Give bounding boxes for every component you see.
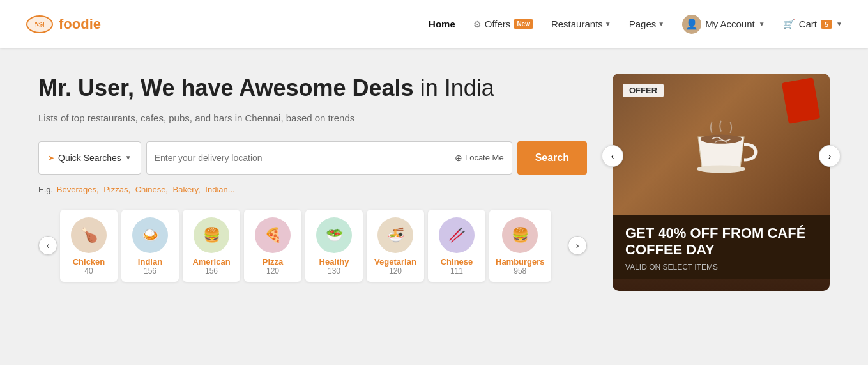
- avatar: 👤: [682, 15, 701, 34]
- category-count: 958: [514, 267, 526, 276]
- hero-subtitle: Lists of top restaurants, cafes, pubs, a…: [38, 113, 587, 123]
- search-button[interactable]: Search: [517, 141, 587, 175]
- quick-searches-chevron-icon: ▼: [125, 154, 132, 161]
- eg-tag-indian[interactable]: Indian...: [205, 185, 234, 194]
- category-name: Chinese: [441, 257, 473, 267]
- category-count: 120: [389, 267, 402, 276]
- offer-main-text: GET 40% OFF FROM CAFÉ COFFEE DAY: [625, 225, 817, 259]
- svg-point-3: [697, 165, 746, 173]
- offer-sub-text: VALID ON SELECT ITEMS: [625, 263, 817, 272]
- new-badge: New: [514, 19, 533, 29]
- nav-link-restaurants: Restaurants: [551, 19, 603, 29]
- category-count: 156: [205, 267, 218, 276]
- category-icon: 🍔: [502, 217, 538, 253]
- location-input[interactable]: [155, 153, 443, 163]
- pages-chevron-icon: ▼: [658, 20, 664, 27]
- locate-me-label: Locate Me: [465, 153, 504, 162]
- account-label: My Account: [705, 19, 755, 29]
- locate-me-button[interactable]: ⊕ Locate Me: [448, 153, 504, 163]
- nav-link-home[interactable]: Home: [429, 19, 455, 29]
- category-name: Chicken: [73, 257, 105, 267]
- category-card[interactable]: 🍔 American 156: [183, 210, 240, 282]
- offer-text-area: GET 40% OFF FROM CAFÉ COFFEE DAY VALID O…: [613, 215, 830, 279]
- red-card-decoration: [782, 77, 821, 124]
- cart-label: Cart: [799, 19, 817, 29]
- banner-prev-button[interactable]: ‹: [602, 145, 623, 167]
- nav-item-cart[interactable]: 🛒 Cart 5 ▼: [783, 19, 842, 30]
- nav-item-home[interactable]: Home: [429, 19, 455, 30]
- category-name: Healthy: [319, 257, 349, 267]
- carousel-next-button[interactable]: ›: [568, 236, 587, 255]
- right-section: OFFER: [613, 74, 830, 291]
- offer-banner: OFFER: [613, 74, 830, 291]
- nav-offers-wrap[interactable]: ⚙ Offers New: [473, 19, 533, 29]
- category-count: 156: [144, 267, 156, 276]
- category-count: 40: [84, 267, 93, 276]
- banner-next-button[interactable]: ›: [819, 145, 841, 167]
- hero-title-bold: Mr. User, We have Awesome Deals: [38, 75, 414, 101]
- category-icon: 🍛: [132, 217, 168, 253]
- categories-list: 🍗 Chicken 40 🍛 Indian 156 🍔 American 156…: [57, 206, 568, 286]
- left-section: Mr. User, We have Awesome Deals in India…: [38, 74, 587, 291]
- category-icon: 🍗: [71, 217, 107, 253]
- carousel-prev-button[interactable]: ‹: [38, 236, 57, 255]
- category-card[interactable]: 🍛 Indian 156: [121, 210, 179, 282]
- category-card[interactable]: 🥢 Chinese 111: [428, 210, 485, 282]
- category-icon: 🍜: [377, 217, 413, 253]
- nav-arrow-icon: ➤: [48, 153, 54, 162]
- cart-chevron-icon: ▼: [836, 20, 842, 27]
- coffee-cup-icon: [683, 106, 759, 183]
- category-card[interactable]: 🍜 Vegetarian 120: [367, 210, 424, 282]
- logo-area[interactable]: 🍽 foodie: [26, 15, 101, 34]
- nav-item-account[interactable]: 👤 My Account ▼: [682, 15, 765, 34]
- category-card[interactable]: 🍗 Chicken 40: [60, 210, 118, 282]
- nav-link-offers[interactable]: Offers: [485, 19, 511, 29]
- hero-title-light: in India: [414, 75, 494, 101]
- nav-item-pages[interactable]: Pages ▼: [629, 19, 664, 29]
- category-name: Indian: [138, 257, 162, 267]
- account-dropdown[interactable]: 👤 My Account ▼: [682, 15, 765, 34]
- nav-item-restaurants[interactable]: Restaurants ▼: [551, 19, 611, 29]
- category-card[interactable]: 🍔 Hamburgers 958: [489, 210, 551, 282]
- location-input-wrap: ⊕ Locate Me: [146, 141, 512, 175]
- category-count: 111: [450, 267, 463, 276]
- cart-dropdown[interactable]: 🛒 Cart 5 ▼: [783, 19, 842, 30]
- category-icon: 🍔: [194, 217, 229, 253]
- quick-searches-button[interactable]: ➤ Quick Searches ▼: [38, 141, 141, 175]
- restaurants-dropdown[interactable]: Restaurants ▼: [551, 19, 611, 29]
- category-carousel: ‹ 🍗 Chicken 40 🍛 Indian 156 🍔 American 1…: [38, 206, 587, 286]
- eg-tag-chinese[interactable]: Chinese,: [135, 185, 168, 194]
- target-icon: ⊕: [455, 153, 462, 163]
- category-name: Hamburgers: [496, 257, 545, 267]
- category-card[interactable]: 🍕 Pizza 120: [244, 210, 301, 282]
- logo-text: foodie: [59, 16, 101, 33]
- category-count: 130: [328, 267, 340, 276]
- category-icon: 🍕: [255, 217, 291, 253]
- category-card[interactable]: 🥗 Healthy 130: [305, 210, 363, 282]
- offer-tag: OFFER: [623, 84, 664, 97]
- restaurants-chevron-icon: ▼: [605, 20, 611, 27]
- nav-links: Home ⚙ Offers New Restaurants ▼ Pages ▼ …: [429, 15, 842, 34]
- account-chevron-icon: ▼: [759, 20, 765, 27]
- hero-title: Mr. User, We have Awesome Deals in India: [38, 74, 587, 104]
- main-content: Mr. User, We have Awesome Deals in India…: [0, 48, 868, 310]
- category-icon: 🥢: [439, 217, 475, 253]
- eg-prefix: E.g.: [38, 185, 53, 194]
- search-row: ➤ Quick Searches ▼ ⊕ Locate Me Search: [38, 141, 587, 175]
- navbar: 🍽 foodie Home ⚙ Offers New Restaurants ▼…: [0, 0, 868, 48]
- eg-tag-bakery[interactable]: Bakery,: [173, 185, 201, 194]
- category-name: Pizza: [263, 257, 284, 267]
- nav-item-offers[interactable]: ⚙ Offers New: [473, 19, 533, 29]
- cart-count-badge: 5: [821, 20, 832, 29]
- category-count: 120: [266, 267, 279, 276]
- nav-link-pages: Pages: [629, 19, 657, 29]
- pages-dropdown[interactable]: Pages ▼: [629, 19, 664, 29]
- cart-icon: 🛒: [783, 19, 795, 30]
- quick-searches-label: Quick Searches: [58, 153, 121, 163]
- svg-text:🍽: 🍽: [35, 19, 44, 29]
- logo-icon: 🍽: [26, 15, 54, 34]
- category-name: American: [192, 257, 230, 267]
- eg-tag-beverages[interactable]: Beverages,: [57, 185, 99, 194]
- eg-line: E.g. Beverages, Pizzas, Chinese, Bakery,…: [38, 185, 587, 194]
- eg-tag-pizzas[interactable]: Pizzas,: [103, 185, 130, 194]
